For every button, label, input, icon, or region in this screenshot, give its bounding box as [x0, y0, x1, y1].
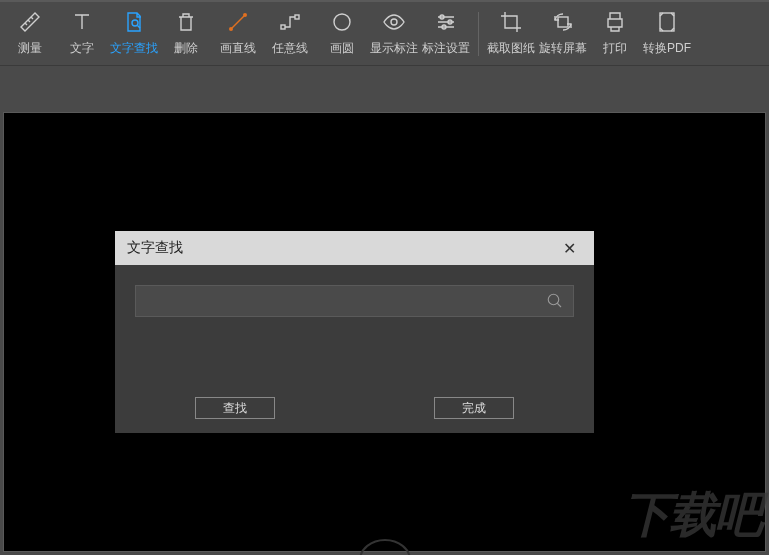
circle-icon	[330, 10, 354, 34]
tool-delete[interactable]: 删除	[160, 4, 212, 64]
search-icon[interactable]	[537, 286, 573, 316]
close-button[interactable]: ✕	[552, 231, 586, 265]
tool-text-search[interactable]: 文字查找	[108, 4, 160, 64]
site-watermark: 下载吧	[623, 483, 761, 547]
tool-line[interactable]: 画直线	[212, 4, 264, 64]
done-button[interactable]: 完成	[434, 397, 514, 419]
tool-rotate[interactable]: 旋转屏幕	[537, 4, 589, 64]
toolbar-separator	[478, 12, 479, 56]
dialog-titlebar[interactable]: 文字查找 ✕	[115, 231, 594, 265]
ruler-icon	[18, 10, 42, 34]
document-search-icon	[122, 10, 146, 34]
tool-annot-set[interactable]: 标注设置	[420, 4, 472, 64]
dialog-title-text: 文字查找	[127, 239, 183, 257]
dialog-body	[115, 265, 594, 317]
tool-pdf[interactable]: 转换PDF	[641, 4, 693, 64]
text-search-dialog: 文字查找 ✕ 查找 完成	[115, 231, 594, 433]
tool-label: 打印	[603, 40, 627, 57]
dialog-footer: 查找 完成	[115, 397, 594, 419]
tool-label: 画圆	[330, 40, 354, 57]
tool-print[interactable]: 打印	[589, 4, 641, 64]
tool-measure[interactable]: 测量	[4, 4, 56, 64]
close-icon: ✕	[563, 239, 576, 258]
tool-label: 标注设置	[422, 40, 470, 57]
tool-label: 旋转屏幕	[539, 40, 587, 57]
tool-crop[interactable]: 截取图纸	[485, 4, 537, 64]
lock-icon	[325, 530, 445, 555]
toolbar: 测量 文字 文字查找 删除 画直线 任意线 画圆	[0, 0, 769, 66]
svg-point-0	[132, 20, 138, 26]
tool-label: 显示标注	[370, 40, 418, 57]
tool-polyline[interactable]: 任意线	[264, 4, 316, 64]
svg-rect-4	[295, 15, 299, 19]
crop-icon	[499, 10, 523, 34]
tool-label: 画直线	[220, 40, 256, 57]
sliders-icon	[434, 10, 458, 34]
print-icon	[603, 10, 627, 34]
tool-label: 删除	[174, 40, 198, 57]
svg-point-6	[391, 19, 397, 25]
svg-point-5	[334, 14, 350, 30]
tool-label: 截取图纸	[487, 40, 535, 57]
svg-rect-11	[660, 13, 674, 31]
rotate-icon	[551, 10, 575, 34]
tool-show-annot[interactable]: 显示标注	[368, 4, 420, 64]
tool-label: 文字	[70, 40, 94, 57]
tool-label: 文字查找	[110, 40, 158, 57]
tool-label: 任意线	[272, 40, 308, 57]
eye-icon	[382, 10, 406, 34]
pdf-icon	[655, 10, 679, 34]
svg-rect-3	[281, 25, 285, 29]
tool-circle[interactable]: 画圆	[316, 4, 368, 64]
search-input[interactable]	[136, 286, 537, 316]
text-icon	[70, 10, 94, 34]
svg-rect-10	[558, 17, 568, 27]
search-button[interactable]: 查找	[195, 397, 275, 419]
svg-point-13	[548, 294, 559, 305]
trash-icon	[174, 10, 198, 34]
tool-label: 测量	[18, 40, 42, 57]
polyline-icon	[278, 10, 302, 34]
tool-text[interactable]: 文字	[56, 4, 108, 64]
tool-label: 转换PDF	[643, 40, 691, 57]
line-icon	[226, 10, 250, 34]
search-field-wrap	[135, 285, 574, 317]
